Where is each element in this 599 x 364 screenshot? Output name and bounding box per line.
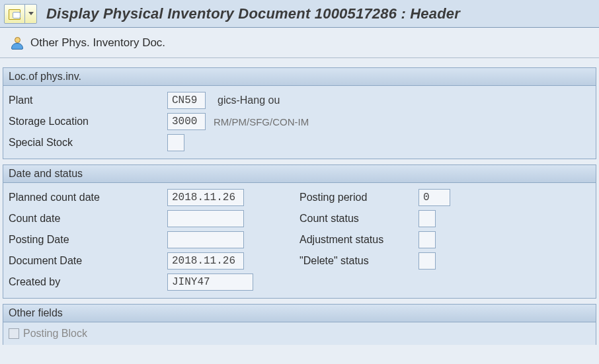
count-status-field[interactable]	[419, 210, 436, 227]
delete-status-field[interactable]	[419, 252, 436, 270]
posting-date-field[interactable]	[167, 231, 244, 248]
person-icon	[11, 36, 24, 50]
plant-field[interactable]: CN59	[167, 92, 206, 109]
planned-count-date-label: Planned count date	[9, 192, 167, 203]
title-menu-button[interactable]	[4, 4, 37, 24]
posting-date-label: Posting Date	[9, 234, 167, 246]
toolbar: Other Phys. Inventory Doc.	[0, 28, 599, 58]
panel-header: Loc.of phys.inv.	[3, 68, 596, 86]
storage-location-field[interactable]: 3000	[167, 113, 206, 130]
planned-count-date-field[interactable]: 2018.11.26	[167, 189, 244, 206]
posting-period-field[interactable]: 0	[419, 189, 450, 206]
dropdown-icon	[24, 5, 36, 23]
storage-location-label: Storage Location	[9, 116, 167, 127]
delete-status-label: "Delete" status	[300, 255, 419, 267]
plant-label: Plant	[9, 94, 167, 106]
loc-of-phys-inv-panel: Loc.of phys.inv. Plant CN59 gics-Hang ou…	[3, 67, 596, 159]
special-stock-field[interactable]	[167, 134, 184, 151]
count-date-label: Count date	[9, 213, 167, 225]
posting-block-label: Posting Block	[23, 328, 87, 340]
panel-header: Other fields	[3, 305, 596, 322]
plant-description: gics-Hang ou	[218, 94, 280, 106]
document-date-field[interactable]: 2018.11.26	[167, 252, 244, 270]
storage-location-description: RM/PM/SFG/CON-IM	[214, 116, 309, 127]
document-icon	[5, 8, 24, 20]
posting-period-label: Posting period	[300, 192, 419, 203]
created-by-label: Created by	[9, 276, 167, 288]
posting-block-checkbox[interactable]	[9, 328, 19, 339]
count-status-label: Count status	[300, 213, 419, 225]
date-status-panel: Date and status Planned count date 2018.…	[3, 164, 596, 299]
created-by-field[interactable]: JINY47	[167, 273, 253, 291]
document-date-label: Document Date	[9, 255, 167, 267]
panel-header: Date and status	[3, 165, 596, 183]
special-stock-label: Special Stock	[9, 137, 167, 149]
other-inventory-doc-button[interactable]: Other Phys. Inventory Doc.	[30, 36, 165, 50]
adjustment-status-field[interactable]	[419, 231, 436, 248]
adjustment-status-label: Adjustment status	[300, 234, 419, 246]
title-bar: Display Physical Inventory Document 1000…	[0, 0, 599, 28]
other-fields-panel: Other fields Posting Block	[3, 304, 596, 345]
count-date-field[interactable]	[167, 210, 244, 227]
page-title: Display Physical Inventory Document 1000…	[46, 5, 460, 22]
